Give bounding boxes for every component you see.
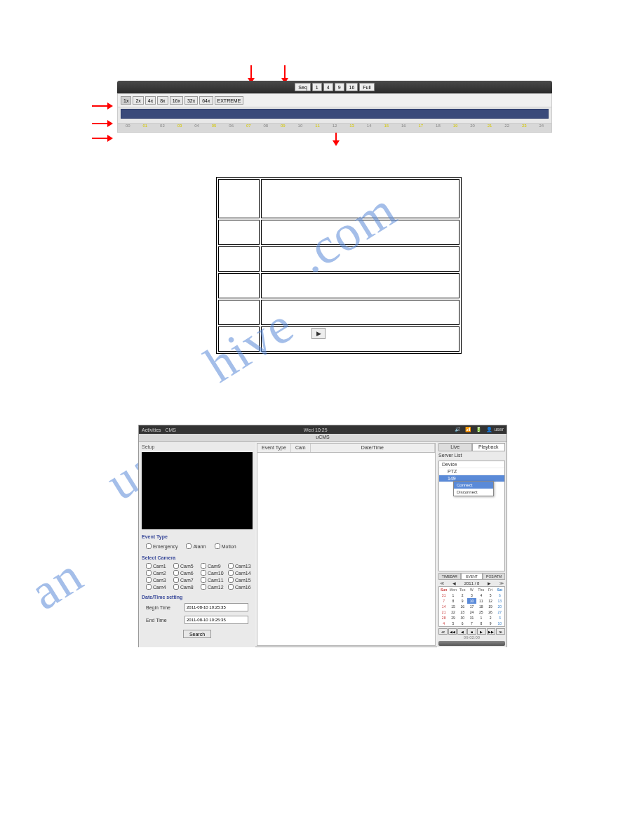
view-full-button[interactable]: Full <box>359 83 374 91</box>
tab-posatm[interactable]: POS/ATM <box>483 573 505 580</box>
search-button[interactable]: Search <box>183 630 211 638</box>
playback-button[interactable]: ■ <box>467 628 476 635</box>
window-title: uCMS <box>139 434 507 442</box>
event-emergency-checkbox[interactable]: Emergency <box>146 543 177 549</box>
cam2-checkbox[interactable]: Cam2 <box>146 570 170 576</box>
server-list-label: Server List <box>438 453 505 458</box>
setup-label: Setup <box>142 444 253 449</box>
cam4-checkbox[interactable]: Cam4 <box>146 584 170 590</box>
playback-button[interactable]: ▶▶ <box>487 628 496 635</box>
speed-16x-button[interactable]: 16x <box>170 96 183 105</box>
cam1-checkbox[interactable]: Cam1 <box>146 563 170 569</box>
speed-64x-button[interactable]: 64x <box>199 96 213 105</box>
playback-control-screenshot: Seq14916Full 1x2x4x8x16x32x64xEXTREME 00… <box>117 81 552 133</box>
os-taskbar: Activities CMS Wed 10:25 🔊📶🔋👤 user <box>139 425 507 434</box>
cam7-checkbox[interactable]: Cam7 <box>173 577 198 583</box>
ctx-connect[interactable]: Connect <box>454 482 493 489</box>
context-menu: Connect Disconnect <box>453 481 494 496</box>
event-alarm-checkbox[interactable]: Alarm <box>186 543 206 549</box>
play-icon: ▶ <box>311 328 326 339</box>
speed-1x-button[interactable]: 1x <box>121 96 131 105</box>
time-ruler: 0001020304050607080910111213141516171819… <box>117 124 552 133</box>
ptz-item[interactable]: PTZ <box>439 468 504 475</box>
view-9-button[interactable]: 9 <box>335 83 344 91</box>
timecode: 09:02:00 <box>438 635 505 640</box>
next-year[interactable]: ≫ <box>499 581 504 585</box>
tab-event[interactable]: EVENT <box>461 573 483 580</box>
view-mode-bar: Seq14916Full <box>117 81 552 93</box>
wifi-icon: 📶 <box>465 427 471 432</box>
mini-timeline[interactable] <box>438 641 505 646</box>
speed-2x-button[interactable]: 2x <box>133 96 143 105</box>
cam10-checkbox[interactable]: Cam10 <box>201 570 225 576</box>
description-table <box>216 177 462 354</box>
speed-extreme-button[interactable]: EXTREME <box>215 96 244 105</box>
cam16-checkbox[interactable]: Cam16 <box>228 584 253 590</box>
cam3-checkbox[interactable]: Cam3 <box>146 577 170 583</box>
view-1-button[interactable]: 1 <box>312 83 322 91</box>
event-list-panel: Event Type Cam Date/Time <box>257 443 436 646</box>
tab-playback[interactable]: Playback <box>472 443 506 451</box>
speed-4x-button[interactable]: 4x <box>145 96 156 105</box>
end-time-label: End Time <box>146 618 167 623</box>
speed-bar: 1x2x4x8x16x32x64xEXTREME <box>117 93 552 107</box>
event-type-heading: Event Type <box>142 534 253 539</box>
speaker-icon: 🔊 <box>455 427 461 432</box>
next-month[interactable]: ▶ <box>488 581 491 585</box>
col-datetime: Date/Time <box>311 444 435 452</box>
right-panel: Live Playback Server List Device PTZ 149… <box>437 442 507 647</box>
cam11-checkbox[interactable]: Cam11 <box>201 577 225 583</box>
server-list[interactable]: Device PTZ 149 Connect Disconnect <box>438 461 505 571</box>
select-camera-heading: Select Camera <box>142 555 253 560</box>
cam6-checkbox[interactable]: Cam6 <box>173 570 198 576</box>
cam15-checkbox[interactable]: Cam15 <box>228 577 253 583</box>
calendar[interactable]: SunMonTueWThuFriSat311234567891011121314… <box>438 586 505 627</box>
ctx-disconnect[interactable]: Disconnect <box>454 489 493 496</box>
tab-timebar[interactable]: TIMEBAR <box>438 573 461 580</box>
playback-button[interactable]: ▶ <box>477 628 486 635</box>
cms-screenshot: Activities CMS Wed 10:25 🔊📶🔋👤 user uCMS … <box>138 425 507 647</box>
watermark: an <box>20 545 93 622</box>
col-cam: Cam <box>291 444 311 452</box>
col-event-type: Event Type <box>257 444 291 452</box>
timeline-track[interactable] <box>117 107 552 124</box>
cam13-checkbox[interactable]: Cam13 <box>228 563 253 569</box>
device-item[interactable]: Device <box>439 461 504 468</box>
battery-icon: 🔋 <box>476 427 482 432</box>
speed-8x-button[interactable]: 8x <box>157 96 168 105</box>
cam5-checkbox[interactable]: Cam5 <box>173 563 198 569</box>
begin-time-input[interactable] <box>185 603 248 611</box>
cam14-checkbox[interactable]: Cam14 <box>228 570 253 576</box>
view-seq-button[interactable]: Seq <box>295 83 310 91</box>
playback-button[interactable]: ◀ <box>457 628 467 635</box>
speed-32x-button[interactable]: 32x <box>185 96 198 105</box>
cam9-checkbox[interactable]: Cam9 <box>201 563 225 569</box>
month-label: 2011 / 8 <box>464 581 480 585</box>
prev-month[interactable]: ◀ <box>452 581 456 585</box>
cam8-checkbox[interactable]: Cam8 <box>173 584 198 590</box>
playback-button[interactable]: ≪ <box>438 628 448 635</box>
video-preview <box>142 452 253 529</box>
end-time-input[interactable] <box>185 616 248 624</box>
view-4-button[interactable]: 4 <box>323 83 333 91</box>
begin-time-label: Begin Time <box>146 605 170 610</box>
view-16-button[interactable]: 16 <box>346 83 358 91</box>
prev-year[interactable]: ≪ <box>440 581 444 585</box>
tab-live[interactable]: Live <box>438 443 472 451</box>
datetime-heading: Date/Time setting <box>142 595 253 600</box>
cam12-checkbox[interactable]: Cam12 <box>201 584 225 590</box>
event-motion-checkbox[interactable]: Motion <box>215 543 236 549</box>
playback-button[interactable]: ≫ <box>496 628 505 635</box>
left-panel: Setup Event Type EmergencyAlarmMotion Se… <box>139 442 255 647</box>
playback-button[interactable]: ◀◀ <box>448 628 457 635</box>
